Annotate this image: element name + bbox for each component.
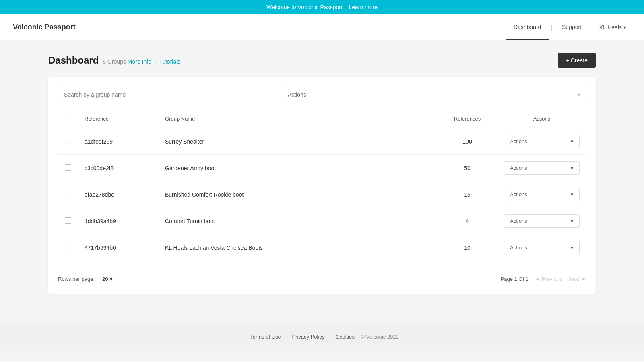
row-checkbox-cell <box>58 155 78 181</box>
row-actions-dropdown-2[interactable]: Actions ▾ <box>504 188 580 201</box>
row-actions-label-3: Actions <box>510 218 527 224</box>
table-header-row: Reference Group Name References Actions <box>58 110 586 128</box>
prev-arrow-icon: ◄ <box>535 276 540 282</box>
groups-count: 5 Groups More Info | Tutorials <box>103 58 180 65</box>
rows-per-page: Rows per page: 20 ▾ <box>58 274 116 284</box>
page-title: Dashboard <box>48 55 99 66</box>
filter-bar: Actions ▾ <box>58 87 586 102</box>
account-name: KL Heals <box>599 24 622 31</box>
row-reference-0: a1dfedf299 <box>78 128 159 155</box>
table-header: Reference Group Name References Actions <box>58 110 586 128</box>
nav-divider-1: | <box>549 14 554 40</box>
header: Volconic Passport Dashboard | Support | … <box>0 14 644 40</box>
row-checkbox-0[interactable] <box>65 138 71 144</box>
row-groupname-1: Gardener Army boot <box>159 155 437 181</box>
row-groupname-2: Burnished Comfort Rookie boot <box>159 181 437 208</box>
row-actions-dropdown-4[interactable]: Actions ▾ <box>504 241 580 254</box>
rows-select-arrow-icon: ▾ <box>110 276 113 282</box>
banner-learn-more[interactable]: Learn more <box>349 4 378 10</box>
table-row: 4717b994b0 KL Heals Lachlan Vesta Chelse… <box>58 234 586 261</box>
pagination-bar: Rows per page: 20 ▾ Page 1 Of 1 ◄ Previo… <box>58 269 586 284</box>
row-actions-arrow-icon-2: ▾ <box>571 191 574 197</box>
table-row: c3c00de2f8 Gardener Army boot 50 Actions… <box>58 155 586 181</box>
dashboard-header: Dashboard 5 Groups More Info | Tutorials… <box>48 53 596 68</box>
row-checkbox-cell <box>58 234 78 261</box>
row-actions-cell-4: Actions ▾ <box>497 234 586 261</box>
main-nav: Dashboard | Support | KL Heals ▾ <box>506 14 631 40</box>
page-info: Page 1 Of 1 <box>501 276 528 282</box>
row-references-4: 10 <box>437 234 497 261</box>
row-actions-dropdown-3[interactable]: Actions ▾ <box>504 214 580 228</box>
row-checkbox-4[interactable] <box>65 244 71 250</box>
search-input[interactable] <box>58 87 275 102</box>
row-groupname-4: KL Heals Lachlan Vesta Chelsea Boots <box>159 234 437 261</box>
row-actions-arrow-icon-4: ▾ <box>571 245 574 251</box>
row-groupname-0: Surrey Sneaker <box>159 128 437 155</box>
account-menu[interactable]: KL Heals ▾ <box>594 24 631 31</box>
row-references-0: 100 <box>437 128 497 155</box>
more-info-link[interactable]: More Info <box>128 58 151 65</box>
previous-label: Previous <box>542 276 562 282</box>
row-references-2: 15 <box>437 181 497 208</box>
rows-per-page-label: Rows per page: <box>58 276 95 282</box>
row-actions-label-0: Actions <box>510 138 527 144</box>
row-actions-cell-2: Actions ▾ <box>497 181 586 208</box>
row-actions-label-2: Actions <box>510 191 527 197</box>
row-reference-1: c3c00de2f8 <box>78 155 159 181</box>
row-actions-cell-1: Actions ▾ <box>497 155 586 181</box>
footer-cookies[interactable]: Cookies <box>336 334 355 340</box>
row-references-3: 4 <box>437 208 497 234</box>
row-actions-dropdown-1[interactable]: Actions ▾ <box>504 161 580 175</box>
next-arrow-icon: ► <box>581 276 586 282</box>
create-button[interactable]: + Create <box>558 53 596 68</box>
table-row: a1dfedf299 Surrey Sneaker 100 Actions ▾ <box>58 128 586 155</box>
rows-per-page-value: 20 <box>102 276 108 282</box>
row-actions-cell-3: Actions ▾ <box>497 208 586 234</box>
row-actions-arrow-icon-1: ▾ <box>571 165 574 171</box>
actions-dropdown-arrow: ▾ <box>578 92 580 97</box>
row-checkbox-cell <box>58 128 78 155</box>
row-actions-arrow-icon-3: ▾ <box>571 218 574 224</box>
rows-per-page-select[interactable]: 20 ▾ <box>99 274 116 284</box>
col-header-groupname: Group Name <box>159 110 437 128</box>
row-checkbox-1[interactable] <box>65 164 71 171</box>
dashboard-title-group: Dashboard 5 Groups More Info | Tutorials <box>48 55 180 66</box>
row-checkbox-cell <box>58 181 78 208</box>
footer-terms[interactable]: Terms of Use <box>250 334 281 340</box>
row-checkbox-2[interactable] <box>65 191 71 197</box>
banner-text: Welcome to Volconic Passport – <box>266 4 349 10</box>
row-reference-2: efae278dbe <box>78 181 159 208</box>
actions-dropdown-label: Actions <box>288 91 306 98</box>
footer-copyright: © Volconic 2023 <box>361 334 399 340</box>
row-reference-4: 4717b994b0 <box>78 234 159 261</box>
col-header-reference: Reference <box>78 110 159 128</box>
row-actions-dropdown-0[interactable]: Actions ▾ <box>504 135 580 148</box>
row-references-1: 50 <box>437 155 497 181</box>
previous-button[interactable]: ◄ Previous <box>535 276 562 282</box>
select-all-checkbox[interactable] <box>65 115 71 121</box>
next-label: Next <box>568 276 579 282</box>
header-checkbox-col <box>58 110 78 128</box>
pagination-controls: Page 1 Of 1 ◄ Previous Next ► <box>501 276 586 282</box>
nav-dashboard[interactable]: Dashboard <box>506 14 549 40</box>
nav-divider-2: | <box>590 14 594 40</box>
col-header-references: References <box>437 110 497 128</box>
top-banner: Welcome to Volconic Passport – Learn mor… <box>0 0 644 14</box>
row-reference-3: 1ddb39a4b9 <box>78 208 159 234</box>
nav-support[interactable]: Support <box>554 14 590 40</box>
footer: Terms of Use Privacy Policy Cookies © Vo… <box>0 323 644 351</box>
row-checkbox-cell <box>58 208 78 234</box>
row-actions-cell-0: Actions ▾ <box>497 128 586 155</box>
row-groupname-3: Comfort Turnin boot <box>159 208 437 234</box>
footer-privacy[interactable]: Privacy Policy <box>292 334 324 340</box>
row-actions-label-1: Actions <box>510 165 527 171</box>
row-actions-arrow-icon-0: ▾ <box>571 138 574 144</box>
tutorials-link[interactable]: Tutorials <box>159 58 180 65</box>
row-actions-label-4: Actions <box>510 245 527 251</box>
row-checkbox-3[interactable] <box>65 217 71 224</box>
table-row: 1ddb39a4b9 Comfort Turnin boot 4 Actions… <box>58 208 586 234</box>
next-button[interactable]: Next ► <box>568 276 586 282</box>
actions-dropdown[interactable]: Actions ▾ <box>282 87 586 102</box>
page-content: Dashboard 5 Groups More Info | Tutorials… <box>32 40 612 306</box>
table-container: Actions ▾ Reference Group Name <box>48 77 596 294</box>
